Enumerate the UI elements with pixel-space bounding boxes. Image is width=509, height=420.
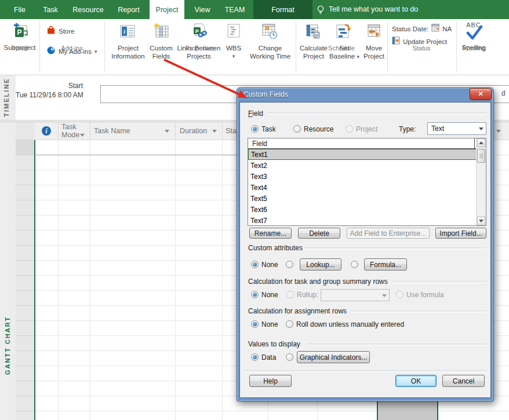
grid-column-line [58,140,59,420]
filter-arrow-icon[interactable] [80,134,85,137]
section-label-calc-summary: Calculation for task and group summary r… [248,277,388,286]
list-item[interactable]: Text2 [248,160,477,171]
tab-resource[interactable]: Resource [68,0,108,19]
info-column-header-icon[interactable]: i [42,126,51,136]
status-date-control[interactable]: Status Date: NA [392,24,452,34]
section-label-calc-assignment: Calculation for assignment rows [248,307,347,315]
delete-button[interactable]: Delete [298,228,340,239]
row-header-column[interactable] [16,140,35,420]
column-divider[interactable] [175,122,176,140]
move-project-button[interactable]: Move Project [363,44,384,60]
list-item-selected[interactable]: Text1 [248,149,477,160]
filter-arrow-icon[interactable] [165,130,169,133]
tab-team[interactable]: TEAM [220,0,250,19]
filter-arrow-icon[interactable] [496,130,501,133]
formula-button[interactable]: Formula... [364,258,407,271]
footer-divider [243,370,486,372]
list-item[interactable]: Text5 [248,193,477,204]
grid-column-line [175,140,176,420]
rename-button[interactable]: Rename... [249,228,292,239]
column-header-task-mode-2[interactable]: Mode [61,131,79,139]
selected-column-highlight[interactable] [377,401,438,420]
radio-assignment-none[interactable] [251,320,259,328]
radio-graphical-indicators[interactable] [286,353,293,361]
column-divider[interactable] [58,122,59,140]
radio-rolldown-label[interactable]: Roll down unless manually entered [296,320,404,328]
tab-project-active[interactable]: Project [150,0,184,19]
radio-attributes-none-label[interactable]: None [261,261,278,269]
radio-resource-label[interactable]: Resource [304,125,333,133]
project-information-label-1: Project [111,44,145,52]
column-divider[interactable] [90,122,90,140]
tab-view[interactable]: View [190,0,215,19]
radio-summary-none[interactable] [251,291,259,298]
radio-summary-none-label[interactable]: None [261,291,278,299]
project-information-icon: i [119,23,136,42]
radio-task-label[interactable]: Task [261,125,276,133]
timeline-start-label: Start [16,82,83,90]
field-list-header[interactable]: Field [248,138,477,149]
list-header-divider[interactable] [474,138,475,149]
cancel-button[interactable]: Cancel [442,375,485,387]
radio-resource[interactable] [293,125,301,133]
timeline-start-date: Tue 11/29/16 8:00 AM [16,91,83,99]
chevron-down-icon [382,294,387,297]
custom-fields-button[interactable]: Custom Fields [150,44,173,60]
column-header-duration[interactable]: Duration [180,127,207,135]
tab-file[interactable]: File [9,0,30,19]
list-item[interactable]: Text7 [248,215,477,226]
lookup-button[interactable]: Lookup... [300,258,341,271]
store-button[interactable]: Store [46,25,75,37]
column-header-task-mode[interactable]: Task [61,123,77,131]
ok-button[interactable]: OK [395,375,437,387]
column-divider[interactable] [222,122,223,140]
import-field-button[interactable]: Import Field... [435,228,486,239]
filter-arrow-icon[interactable] [212,130,217,133]
radio-attributes-formula[interactable] [351,261,358,268]
radio-attributes-none[interactable] [251,261,259,268]
group-separator [104,21,105,72]
select-all-corner-cell[interactable] [16,122,35,140]
set-baseline-label-2: Baseline [329,53,355,60]
list-item[interactable]: Text3 [248,171,477,182]
move-project-label-2: Project [363,52,384,60]
radio-data[interactable] [251,353,259,361]
change-working-time-button[interactable]: Change Working Time [250,44,290,60]
dropdown-caret-icon: ▾ [357,54,359,60]
links-between-projects-label-2: Projects [177,52,221,60]
tell-me-box[interactable]: Tell me what you want to do [329,5,418,13]
close-icon[interactable]: ✕ [470,88,492,100]
radio-assignment-none-label[interactable]: None [261,320,278,328]
selected-row-header-cell[interactable] [16,140,35,155]
radio-task[interactable] [251,125,259,133]
help-button[interactable]: Help [249,375,292,387]
section-line [304,247,486,250]
type-dropdown[interactable]: Text [427,122,486,135]
calculate-project-button[interactable]: Calculate Project [300,44,328,60]
lightbulb-icon [316,5,325,17]
wbs-button[interactable]: WBS ▾ [226,44,241,60]
scrollbar[interactable] [476,138,486,225]
field-list[interactable]: Field Text1 Text2 Text3 Text4 Text5 Text… [248,138,486,226]
project-information-button[interactable]: Project Information [111,44,145,60]
scroll-down-icon[interactable] [477,217,485,225]
radio-data-label[interactable]: Data [261,353,276,361]
tab-format[interactable]: Format [267,0,299,19]
scrollbar-thumb[interactable] [477,149,485,163]
graphical-indicators-button[interactable]: Graphical Indicators... [297,351,370,363]
radio-attributes-lookup[interactable] [286,261,293,268]
group-separator [387,21,388,72]
list-item[interactable]: Text6 [248,204,477,215]
group-separator [456,21,457,72]
scroll-up-icon[interactable] [477,138,485,147]
column-header-task-name[interactable]: Task Name [94,127,130,135]
list-item[interactable]: Text4 [248,182,477,193]
set-baseline-icon [335,23,352,42]
app-window: File Task Resource Report Project View T… [0,0,509,420]
selection-accent-line [34,140,35,420]
section-line [307,344,486,346]
tab-task[interactable]: Task [38,0,63,19]
tab-report[interactable]: Report [113,0,144,19]
radio-rolldown[interactable] [286,320,293,328]
column-header-start-partial[interactable]: Sta [226,127,237,135]
